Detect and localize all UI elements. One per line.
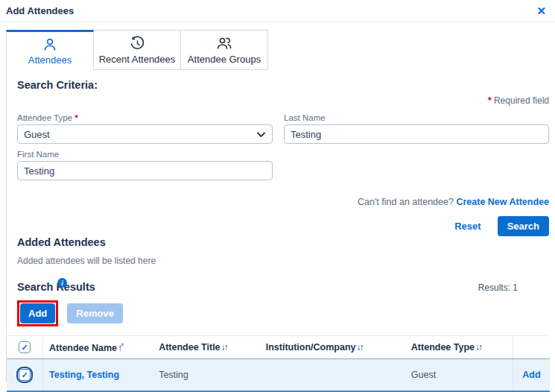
cant-find-text: Can't find an attendee? [358,197,454,207]
column-header-attendee-type[interactable]: Attendee Type↓↑ [405,336,513,359]
required-asterisk: * [488,95,492,106]
sort-both-icon: ↓↑ [221,342,227,353]
required-field-note: * Required field [17,95,549,106]
remove-button[interactable]: Remove [67,303,123,323]
attendee-title-cell: Testing [159,370,188,380]
column-header-attendee-name[interactable]: Attendee Name↑≡ [43,336,153,359]
create-new-attendee-link[interactable]: Create New Attendee [456,197,549,207]
table-header-row: ✓ Attendee Name↑≡ Attendee Title↓↑ Insti… [7,336,550,359]
attendee-type-cell: Guest [411,370,436,380]
history-icon [130,36,145,51]
results-count: Results: 1 [478,282,518,293]
search-results-table: ✓ Attendee Name↑≡ Attendee Title↓↑ Insti… [7,335,550,392]
row-add-link[interactable]: Add [522,370,540,380]
results-toolbar: Add Remove [17,300,549,326]
check-icon: ✓ [21,343,28,353]
check-icon: ✓ [21,370,28,380]
search-results-header-row: Search Results i Results: 1 [17,281,549,293]
row-checkbox-focus-ring: ✓ [16,367,33,383]
column-header-institution-company[interactable]: Institution/Company↓↑ [260,336,405,359]
first-name-label: First Name [17,150,273,159]
cant-find-row: Can't find an attendee? Create New Atten… [17,197,549,207]
tab-bar: Attendees Recent Attendees [6,30,555,70]
people-group-icon [216,36,232,51]
column-header-action [513,336,550,359]
row-checkbox[interactable]: ✓ [19,369,31,381]
added-attendees-heading: Added Attendees [17,236,549,248]
add-attendees-dialog: Add Attendees ✕ Attendees Recent Attende… [0,0,555,382]
attendee-type-label: Attendee Type * [17,113,273,122]
reset-button[interactable]: Reset [450,220,485,233]
person-icon [42,37,57,52]
last-name-label: Last Name [284,113,549,122]
table-row: ✓ Testing, Testing Testing Guest Add [7,359,550,392]
sort-both-icon: ↓↑ [356,342,363,353]
added-attendees-empty-text: Added attendees will be listed here [17,256,549,266]
info-icon[interactable]: i [57,278,67,288]
add-button[interactable]: Add [20,303,55,323]
attendee-type-required-asterisk: * [74,113,77,122]
dialog-title: Add Attendees [6,5,74,16]
dialog-titlebar: Add Attendees ✕ [0,0,555,22]
attendee-type-value: Guest [24,129,50,140]
last-name-input[interactable] [284,124,549,144]
attendee-type-select[interactable]: Guest [17,124,273,144]
tab-recent-attendees-label: Recent Attendees [99,54,176,65]
tab-recent-attendees[interactable]: Recent Attendees [93,30,181,70]
attendee-name-link[interactable]: Testing, Testing [49,370,119,380]
tab-attendees[interactable]: Attendees [6,30,94,70]
search-results-heading: Search Results [17,281,95,293]
tab-attendee-groups-label: Attendee Groups [188,54,261,65]
search-actions: Reset Search [17,216,549,236]
search-criteria-form: Attendee Type * Guest Last Name First [17,107,549,180]
first-name-input[interactable] [17,161,273,180]
add-button-highlight: Add [17,300,58,326]
tab-attendees-label: Attendees [28,54,72,66]
select-all-checkbox[interactable]: ✓ [19,341,31,353]
tab-panel-attendees: Search Criteria: * Required field Attend… [6,70,555,382]
sort-both-icon: ↓↑ [475,342,481,353]
close-icon[interactable]: ✕ [536,5,546,16]
column-header-attendee-title[interactable]: Attendee Title↓↑ [153,336,260,359]
search-criteria-heading: Search Criteria: [17,79,549,91]
sort-ascending-icon: ↑≡ [117,343,124,353]
search-button[interactable]: Search [498,216,549,236]
tab-attendee-groups[interactable]: Attendee Groups [180,30,268,70]
chevron-down-icon [256,129,266,140]
